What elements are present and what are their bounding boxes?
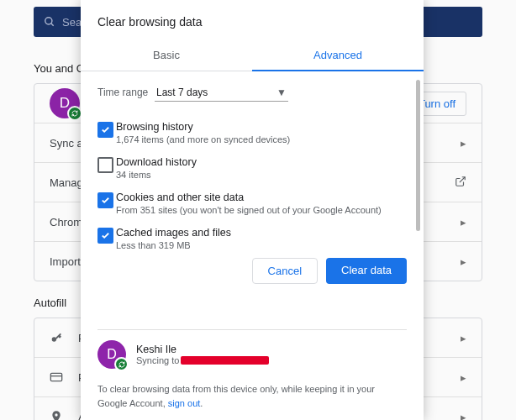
check-item-subtitle: From 351 sites (you won't be signed out … [116, 205, 382, 215]
avatar: D [97, 340, 126, 369]
dialog-title: Clear browsing data [81, 0, 424, 40]
checkbox[interactable] [97, 122, 113, 138]
check-item-title: Browsing history [116, 121, 290, 133]
check-item-subtitle: 1,674 items (and more on synced devices) [116, 134, 290, 144]
highlight-annotation [81, 292, 170, 329]
check-item-title: Download history [116, 156, 197, 168]
check-item-subtitle: Less than 319 MB [116, 240, 231, 249]
redacted-email [181, 356, 269, 365]
sign-out-link[interactable]: sign out [168, 398, 201, 408]
scrollbar[interactable] [416, 80, 420, 231]
check-item: Download history 34 items [97, 150, 412, 186]
tab-basic[interactable]: Basic [81, 40, 252, 71]
check-item: Cached images and files Less than 319 MB [97, 221, 412, 249]
time-range-value: Last 7 days [156, 87, 208, 98]
tabs: Basic Advanced [81, 40, 424, 71]
profile-row: D Keshi Ile Syncing to [97, 340, 407, 369]
check-item-title: Cookies and other site data [116, 192, 382, 203]
cancel-button[interactable]: Cancel [252, 258, 318, 284]
caret-down-icon: ▼ [276, 87, 287, 98]
sync-badge-icon [114, 357, 129, 371]
profile-sync-status: Syncing to [136, 355, 269, 365]
profile-name: Keshi Ile [136, 344, 269, 355]
check-item: Browsing history 1,674 items (and more o… [97, 115, 412, 150]
checkbox[interactable] [97, 228, 113, 244]
checkbox[interactable] [97, 157, 113, 173]
check-item: Cookies and other site data From 351 sit… [97, 186, 412, 221]
tab-advanced[interactable]: Advanced [252, 40, 424, 71]
check-item-subtitle: 34 items [116, 170, 197, 180]
clear-browsing-data-dialog: Clear browsing data Basic Advanced Time … [81, 0, 424, 420]
checkbox[interactable] [97, 192, 113, 208]
check-item-title: Cached images and files [116, 227, 231, 239]
footnote: To clear browsing data from this device … [81, 382, 424, 420]
time-range-label: Time range [97, 87, 155, 98]
time-range-select[interactable]: Last 7 days ▼ [155, 83, 288, 102]
clear-data-button[interactable]: Clear data [326, 258, 407, 284]
